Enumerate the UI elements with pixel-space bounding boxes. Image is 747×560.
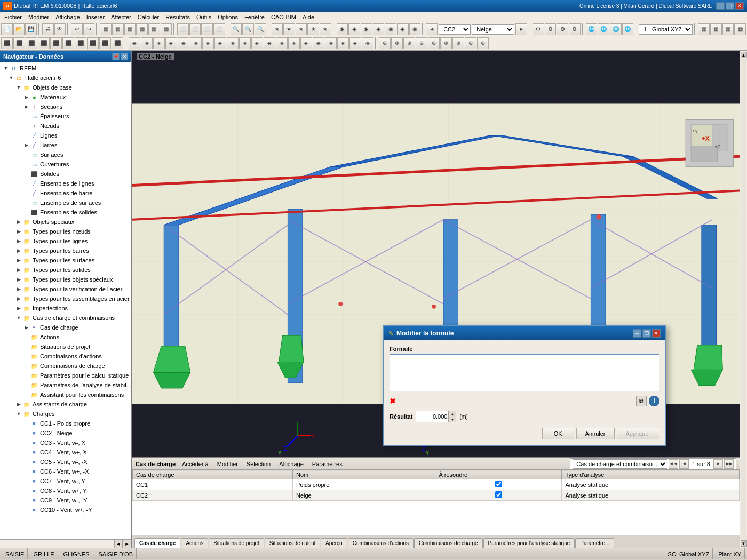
result-value-input[interactable] — [416, 411, 448, 422]
tb-g3[interactable]: 🌐 — [610, 23, 622, 35]
tree-params-stabil[interactable]: 📁 Paramètres de l'analyse de stabil... — [0, 380, 131, 390]
menu-outils[interactable]: Outils — [193, 13, 214, 21]
bp-menu-selection[interactable]: Sélection — [244, 460, 273, 468]
dialog-close-btn[interactable]: ✕ — [652, 329, 661, 338]
tb2-b14[interactable]: ◈ — [288, 37, 300, 49]
tab-actions[interactable]: Actions — [181, 538, 208, 548]
tb-e7[interactable]: ◉ — [409, 23, 421, 35]
tree-ens-surfaces[interactable]: ▭ Ensembles de surfaces — [0, 198, 131, 207]
tree-types-obj-spec[interactable]: ▶ 📁 Types pour les objets spéciaux — [0, 275, 131, 284]
tb2-a2[interactable]: ⬛ — [13, 37, 25, 49]
tree-cc8[interactable]: ■ CC8 - Vent, w+, Y — [0, 486, 131, 495]
nav-scroll-right[interactable]: ► — [123, 540, 131, 548]
menu-resultats[interactable]: Résultats — [162, 13, 193, 21]
tree-cc6[interactable]: ■ CC6 - Vent, w+, -X — [0, 467, 131, 476]
tab-situations-projet[interactable]: Situations de projet — [209, 538, 264, 548]
tb2-b2[interactable]: ◈ — [141, 37, 153, 49]
tb2-b13[interactable]: ◈ — [276, 37, 288, 49]
tb-f2[interactable]: ⚙ — [545, 23, 557, 35]
apply-button[interactable]: Appliquer — [617, 428, 659, 439]
nav-scroll-left[interactable]: ◄ — [114, 540, 123, 548]
tb2-b20[interactable]: ◈ — [362, 37, 374, 49]
tb-b5[interactable]: ▦ — [148, 23, 160, 35]
tree-epaisseurs[interactable]: ▭ Épaisseurs — [0, 111, 131, 121]
tb-b3[interactable]: ▦ — [124, 23, 136, 35]
restore-btn[interactable]: ❐ — [726, 2, 734, 10]
tb-search[interactable]: 🔍 — [231, 23, 242, 35]
tb-h3[interactable]: ▦ — [722, 23, 734, 35]
tree-sections[interactable]: ▶ I Sections — [0, 102, 131, 111]
menu-modifier[interactable]: Modifier — [25, 13, 52, 21]
tb-e3[interactable]: ◉ — [361, 23, 372, 35]
tb2-b5[interactable]: ◈ — [178, 37, 189, 49]
tb-e2[interactable]: ◉ — [348, 23, 360, 35]
tree-types-barres[interactable]: ▶ 📁 Types pour les barres — [0, 246, 131, 255]
formula-input[interactable] — [390, 354, 659, 391]
tree-types-lignes[interactable]: ▶ 📁 Types pour les lignes — [0, 236, 131, 246]
tb2-b11[interactable]: ◈ — [251, 37, 263, 49]
tb2-b12[interactable]: ◈ — [264, 37, 275, 49]
close-btn[interactable]: ✕ — [735, 2, 744, 10]
tb-d4[interactable]: ★ — [307, 23, 319, 35]
tb2-a9[interactable]: ⬛ — [99, 37, 111, 49]
tb2-c2[interactable]: ⊕ — [391, 37, 403, 49]
tree-situations[interactable]: 📁 Situations de projet — [0, 342, 131, 351]
tb-zoom-out[interactable]: 🔍 — [255, 23, 266, 35]
tree-assistants-charge[interactable]: ▶ 📁 Assistants de charge — [0, 399, 131, 409]
cc-name-selector[interactable]: Neige — [472, 24, 514, 35]
bp-menu-affichage[interactable]: Affichage — [277, 460, 306, 468]
tb-g2[interactable]: 🌐 — [598, 23, 609, 35]
nav-last-btn[interactable]: ▶▶ — [724, 459, 734, 469]
tree-cas-charge-comb[interactable]: ▼ 📁 Cas de charge et combinaisons — [0, 313, 131, 323]
tree-lignes[interactable]: ╱ Lignes — [0, 131, 131, 140]
tree-cas-charge[interactable]: ▶ ≡ Cas de charge — [0, 323, 131, 332]
tb-f4[interactable]: ⚙ — [569, 23, 581, 35]
tree-types-acier[interactable]: ▶ 📁 Types pour la vérification de l'acie… — [0, 284, 131, 294]
tb-e1[interactable]: ◉ — [337, 23, 348, 35]
tb-cc-prev[interactable]: ◄ — [426, 23, 438, 35]
tb-b1[interactable]: ▦ — [100, 23, 112, 35]
tb-new[interactable]: 📄 — [1, 23, 13, 35]
tb2-b6[interactable]: ◈ — [190, 37, 202, 49]
tab-apercu[interactable]: Aperçu — [321, 538, 347, 548]
info-icon[interactable]: i — [649, 396, 659, 406]
tb-d5[interactable]: ★ — [320, 23, 331, 35]
tb2-a8[interactable]: ⬛ — [87, 37, 99, 49]
tb2-b16[interactable]: ◈ — [313, 37, 324, 49]
tree-cc2[interactable]: ■ CC2 - Neige — [0, 428, 131, 438]
tb2-a6[interactable]: ⬛ — [62, 37, 74, 49]
menu-inserer[interactable]: Insérer — [83, 13, 108, 21]
tb2-a3[interactable]: ⬛ — [26, 37, 37, 49]
tb-d2[interactable]: ★ — [283, 23, 295, 35]
tree-types-noeuds[interactable]: ▶ 📁 Types pour les nœuds — [0, 227, 131, 236]
dialog-minimize-btn[interactable]: ─ — [633, 329, 641, 338]
tb-save[interactable]: 💾 — [25, 23, 37, 35]
nav-first-btn[interactable]: ◄◄ — [669, 459, 678, 469]
tb2-c6[interactable]: ⊕ — [440, 37, 452, 49]
tb2-c5[interactable]: ⊕ — [428, 37, 440, 49]
tb2-c8[interactable]: ⊕ — [465, 37, 476, 49]
tb2-a4[interactable]: ⬛ — [38, 37, 50, 49]
bottom-combo[interactable]: Cas de charge et combinaiso... — [573, 459, 667, 469]
tb-e4[interactable]: ◉ — [373, 23, 385, 35]
tb2-a10[interactable]: ⬛ — [112, 37, 123, 49]
ok-button[interactable]: OK — [542, 428, 574, 439]
tree-ouvertures[interactable]: ▭ Ouvertures — [0, 159, 131, 169]
tree-solides[interactable]: ⬛ Solides — [0, 169, 131, 179]
tab-situations-calcul[interactable]: Situations de calcul — [265, 538, 320, 548]
tb2-a5[interactable]: ⬛ — [50, 37, 62, 49]
tree-cc1[interactable]: ■ CC1 - Poids propre — [0, 419, 131, 428]
tb-zoom-in[interactable]: 🔍 — [242, 23, 254, 35]
tree-assistant-comb[interactable]: 📁 Assistant pour les combinaisons — [0, 390, 131, 399]
tree-cc4[interactable]: ■ CC4 - Vent, w+, X — [0, 447, 131, 457]
spinner-up[interactable]: ▲ — [448, 411, 456, 417]
cc-selector[interactable]: CC2 — [439, 24, 471, 35]
tb-g1[interactable]: 🌐 — [586, 23, 598, 35]
tb2-b15[interactable]: ◈ — [300, 37, 312, 49]
tree-noeuds[interactable]: • Nœuds — [0, 121, 131, 131]
cell-resoudre[interactable] — [435, 479, 562, 490]
tb2-b1[interactable]: ◈ — [129, 37, 140, 49]
tb-b2[interactable]: ▦ — [112, 23, 124, 35]
tree-objets-base[interactable]: ▼ 📁 Objets de base — [0, 83, 131, 92]
tree-barres[interactable]: ▶ ╱ Barres — [0, 140, 131, 150]
